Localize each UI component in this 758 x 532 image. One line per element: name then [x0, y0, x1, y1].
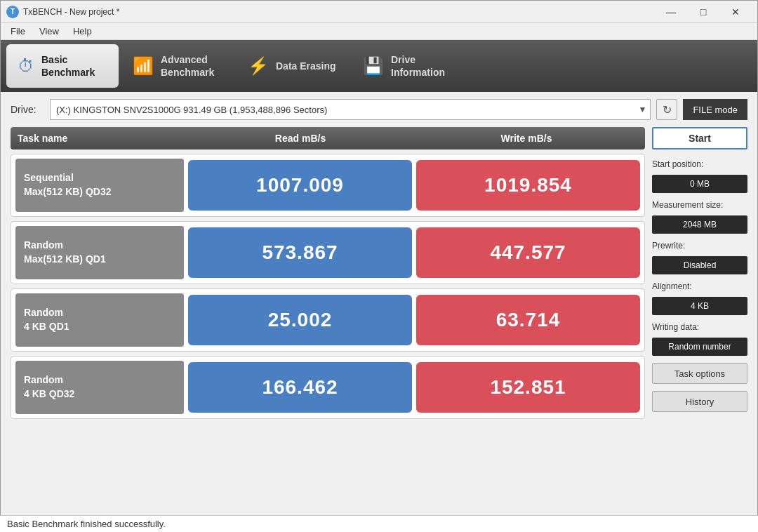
tab-advanced-benchmark[interactable]: 📶 AdvancedBenchmark	[121, 44, 234, 88]
sidebar: Start Start position: 0 MB Measurement s…	[652, 127, 747, 526]
task-options-button[interactable]: Task options	[652, 363, 747, 384]
task-name-random-4kb-qd32: Random4 KB QD32	[15, 361, 184, 414]
tab-basic-benchmark[interactable]: ⏱ BasicBenchmark	[6, 44, 119, 88]
drive-select[interactable]: (X:) KINGSTON SNV2S1000G 931.49 GB (1,95…	[50, 99, 651, 120]
basic-benchmark-icon: ⏱	[18, 56, 34, 76]
col-header-read: Read mB/s	[189, 133, 412, 144]
menu-view[interactable]: View	[32, 25, 66, 38]
alignment-value: 4 KB	[652, 297, 747, 315]
write-value-sequential-qd32: 1019.854	[416, 160, 640, 211]
tab-data-erasing-label: Data Erasing	[276, 60, 336, 72]
status-message: Basic Benchmark finished successfully.	[7, 519, 166, 529]
drive-information-icon: 💾	[363, 56, 384, 76]
tab-drive-information[interactable]: 💾 DriveInformation	[352, 44, 464, 88]
prewrite-label: Prewrite:	[652, 241, 747, 251]
task-name-random-4kb-qd1: Random4 KB QD1	[15, 293, 184, 347]
menu-help[interactable]: Help	[66, 25, 99, 38]
read-value-random-max-qd1: 573.867	[188, 227, 412, 278]
benchmark-table: Task name Read mB/s Write mB/s Sequentia…	[11, 127, 645, 526]
statusbar: Basic Benchmark finished successfully.	[0, 515, 758, 532]
tab-advanced-benchmark-label: AdvancedBenchmark	[161, 53, 214, 79]
toolbar: ⏱ BasicBenchmark 📶 AdvancedBenchmark ⚡ D…	[1, 40, 757, 92]
tab-basic-benchmark-label: BasicBenchmark	[41, 53, 95, 79]
drive-label: Drive:	[11, 104, 44, 115]
read-value-random-4kb-qd32: 166.462	[188, 362, 412, 413]
maximize-button[interactable]: □	[687, 1, 719, 23]
task-name-random-max-qd1: RandomMax(512 KB) QD1	[15, 226, 184, 279]
history-button[interactable]: History	[652, 391, 747, 412]
write-value-random-4kb-qd1: 63.714	[416, 295, 640, 345]
measurement-size-value: 2048 MB	[652, 215, 747, 234]
tab-drive-information-label: DriveInformation	[391, 53, 445, 79]
titlebar: T TxBENCH - New project * — □ ✕	[1, 1, 757, 23]
read-value-sequential-qd32: 1007.009	[188, 160, 412, 211]
table-header: Task name Read mB/s Write mB/s	[11, 127, 645, 149]
menu-file[interactable]: File	[4, 25, 32, 38]
menubar: File View Help	[1, 23, 757, 40]
window-controls: — □ ✕	[655, 1, 752, 23]
bench-area: Task name Read mB/s Write mB/s Sequentia…	[11, 127, 747, 526]
filemode-button[interactable]: FILE mode	[683, 99, 747, 120]
start-position-value: 0 MB	[652, 175, 747, 193]
start-button[interactable]: Start	[652, 127, 747, 149]
table-row: SequentialMax(512 KB) QD32 1007.009 1019…	[11, 154, 645, 217]
table-row: Random4 KB QD1 25.002 63.714	[11, 288, 645, 352]
write-value-random-max-qd1: 447.577	[416, 227, 640, 278]
alignment-label: Alignment:	[652, 281, 747, 291]
table-row: Random4 KB QD32 166.462 152.851	[11, 356, 645, 419]
task-name-sequential-qd32: SequentialMax(512 KB) QD32	[15, 159, 184, 212]
close-button[interactable]: ✕	[719, 1, 752, 23]
writing-data-label: Writing data:	[652, 322, 747, 332]
advanced-benchmark-icon: 📶	[133, 56, 154, 76]
start-position-label: Start position:	[652, 159, 747, 169]
prewrite-value: Disabled	[652, 256, 747, 274]
app-icon: T	[6, 6, 19, 18]
window-title: TxBENCH - New project *	[23, 7, 655, 17]
drive-row: Drive: (X:) KINGSTON SNV2S1000G 931.49 G…	[11, 99, 747, 120]
tab-data-erasing[interactable]: ⚡ Data Erasing	[237, 44, 349, 88]
minimize-button[interactable]: —	[655, 1, 687, 23]
table-row: RandomMax(512 KB) QD1 573.867 447.577	[11, 221, 645, 284]
measurement-size-label: Measurement size:	[652, 200, 747, 210]
writing-data-value: Random number	[652, 338, 747, 356]
drive-select-wrap: (X:) KINGSTON SNV2S1000G 931.49 GB (1,95…	[50, 99, 651, 120]
refresh-button[interactable]: ↻	[656, 99, 677, 120]
read-value-random-4kb-qd1: 25.002	[188, 295, 412, 345]
data-erasing-icon: ⚡	[248, 56, 269, 76]
refresh-icon: ↻	[663, 103, 672, 117]
col-header-write: Write mB/s	[415, 133, 638, 144]
write-value-random-4kb-qd32: 152.851	[416, 362, 640, 413]
main-content: Drive: (X:) KINGSTON SNV2S1000G 931.49 G…	[1, 92, 757, 532]
col-header-task: Task name	[18, 133, 186, 144]
